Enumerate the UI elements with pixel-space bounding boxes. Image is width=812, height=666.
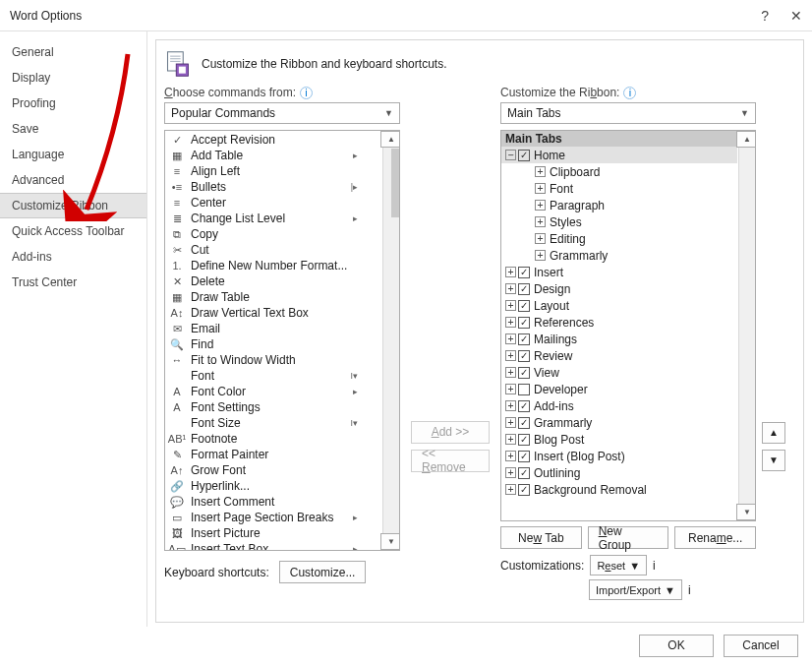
command-item[interactable]: ▦Draw Table: [165, 289, 381, 305]
tree-item[interactable]: +Grammarly: [501, 247, 737, 264]
scrollbar[interactable]: ▲ ▼: [738, 131, 755, 520]
expand-icon[interactable]: +: [535, 233, 546, 244]
tree-item[interactable]: +Background Removal: [501, 481, 737, 498]
checkbox[interactable]: [518, 283, 530, 295]
checkbox[interactable]: [518, 400, 530, 412]
tree-item[interactable]: −Home: [501, 147, 737, 163]
expand-icon[interactable]: +: [505, 283, 516, 294]
command-item[interactable]: AFont Settings: [165, 399, 381, 415]
sidebar-item-display[interactable]: Display: [0, 65, 146, 91]
sidebar-item-advanced[interactable]: Advanced: [0, 167, 146, 193]
collapse-icon[interactable]: −: [505, 150, 516, 160]
sidebar-item-proofing[interactable]: Proofing: [0, 91, 146, 116]
expand-icon[interactable]: +: [505, 267, 516, 277]
tree-item[interactable]: +Developer: [501, 381, 737, 397]
tree-item[interactable]: +Mailings: [501, 331, 737, 347]
help-icon[interactable]: ?: [761, 8, 769, 24]
reset-button[interactable]: Reset▼: [590, 555, 647, 575]
tree-item[interactable]: +Layout: [501, 297, 737, 314]
command-item[interactable]: ✕Delete: [165, 273, 381, 289]
add-button[interactable]: Add >>: [411, 421, 490, 444]
checkbox[interactable]: [518, 417, 530, 429]
expand-icon[interactable]: +: [535, 183, 546, 194]
checkbox[interactable]: [518, 434, 530, 446]
tree-item[interactable]: +Add-ins: [501, 397, 737, 414]
tree-item[interactable]: +View: [501, 364, 737, 381]
move-up-button[interactable]: ▲: [762, 422, 785, 444]
tree-item[interactable]: +Editing: [501, 230, 737, 247]
expand-icon[interactable]: +: [505, 400, 516, 411]
info-icon[interactable]: i: [623, 87, 636, 99]
scroll-down-icon[interactable]: ▼: [380, 533, 400, 550]
command-item[interactable]: 1.Define New Number Format...: [165, 258, 381, 273]
command-item[interactable]: ▦Add Table▸: [165, 148, 381, 163]
tree-item[interactable]: +Grammarly: [501, 414, 737, 431]
command-item[interactable]: 🔗Hyperlink...: [165, 478, 381, 494]
tree-item[interactable]: +Design: [501, 280, 737, 297]
scroll-down-icon[interactable]: ▼: [736, 504, 756, 520]
command-item[interactable]: ↔Fit to Window Width: [165, 352, 381, 368]
command-item[interactable]: Font SizeI▾: [165, 415, 381, 431]
command-item[interactable]: 🔍Find: [165, 336, 381, 352]
command-item[interactable]: ≡Center: [165, 195, 381, 211]
tree-item[interactable]: +Insert: [501, 264, 737, 280]
commands-listbox[interactable]: ✓Accept Revision▦Add Table▸≡Align Left•≡…: [164, 130, 400, 551]
checkbox[interactable]: [518, 333, 530, 345]
tree-item[interactable]: +Clipboard: [501, 163, 737, 180]
sidebar-item-customize-ribbon[interactable]: Customize Ribbon: [0, 193, 146, 218]
info-icon[interactable]: i: [653, 559, 656, 573]
command-item[interactable]: A▭Insert Text Box▸: [165, 541, 381, 551]
sidebar-item-general[interactable]: General: [0, 39, 146, 65]
new-tab-button[interactable]: New Tab: [500, 526, 582, 549]
expand-icon[interactable]: +: [535, 166, 546, 177]
expand-icon[interactable]: +: [505, 333, 516, 344]
choose-commands-dropdown[interactable]: Popular Commands ▼: [164, 102, 400, 124]
remove-button[interactable]: << Remove: [411, 450, 490, 472]
sidebar-item-trust-center[interactable]: Trust Center: [0, 270, 146, 295]
move-down-button[interactable]: ▼: [762, 450, 785, 471]
command-item[interactable]: A↕Draw Vertical Text Box: [165, 305, 381, 321]
command-item[interactable]: ⧉Copy: [165, 226, 381, 242]
command-item[interactable]: A↑Grow Font: [165, 462, 381, 478]
sidebar-item-quick-access-toolbar[interactable]: Quick Access Toolbar: [0, 218, 146, 244]
command-item[interactable]: ≣Change List Level▸: [165, 211, 381, 226]
command-item[interactable]: 💬Insert Comment: [165, 494, 381, 510]
checkbox[interactable]: [518, 367, 530, 379]
sidebar-item-save[interactable]: Save: [0, 116, 146, 142]
tree-item[interactable]: +Blog Post: [501, 431, 737, 448]
expand-icon[interactable]: +: [505, 367, 516, 378]
ribbon-tree[interactable]: Main Tabs −Home+Clipboard+Font+Paragraph…: [500, 130, 756, 521]
command-item[interactable]: 🖼Insert Picture: [165, 525, 381, 541]
expand-icon[interactable]: +: [505, 451, 516, 461]
expand-icon[interactable]: +: [505, 350, 516, 361]
command-item[interactable]: ≡Align Left: [165, 163, 381, 179]
info-icon[interactable]: i: [300, 87, 313, 99]
info-icon[interactable]: i: [688, 583, 691, 597]
scrollbar[interactable]: ▲ ▼: [382, 131, 399, 550]
tree-item[interactable]: +Outlining: [501, 464, 737, 481]
expand-icon[interactable]: +: [505, 317, 516, 328]
tree-item[interactable]: +Font: [501, 180, 737, 197]
new-group-button[interactable]: New Group: [588, 526, 669, 549]
command-item[interactable]: ✉Email: [165, 321, 381, 336]
command-item[interactable]: ✎Format Painter: [165, 447, 381, 462]
command-item[interactable]: ▭Insert Page Section Breaks▸: [165, 510, 381, 525]
import-export-button[interactable]: Import/Export▼: [589, 579, 682, 600]
checkbox[interactable]: [518, 384, 530, 395]
expand-icon[interactable]: +: [505, 434, 516, 445]
scroll-up-icon[interactable]: ▲: [736, 131, 756, 148]
expand-icon[interactable]: +: [505, 484, 516, 495]
command-item[interactable]: AB¹Footnote: [165, 431, 381, 447]
sidebar-item-language[interactable]: Language: [0, 142, 146, 167]
command-item[interactable]: ✂Cut: [165, 242, 381, 258]
checkbox[interactable]: [518, 317, 530, 329]
expand-icon[interactable]: +: [505, 467, 516, 478]
expand-icon[interactable]: +: [535, 216, 546, 227]
cancel-button[interactable]: Cancel: [724, 635, 798, 657]
checkbox[interactable]: [518, 267, 530, 278]
checkbox[interactable]: [518, 150, 530, 161]
expand-icon[interactable]: +: [505, 384, 516, 394]
checkbox[interactable]: [518, 350, 530, 362]
checkbox[interactable]: [518, 300, 530, 312]
tree-item[interactable]: +Insert (Blog Post): [501, 448, 737, 464]
